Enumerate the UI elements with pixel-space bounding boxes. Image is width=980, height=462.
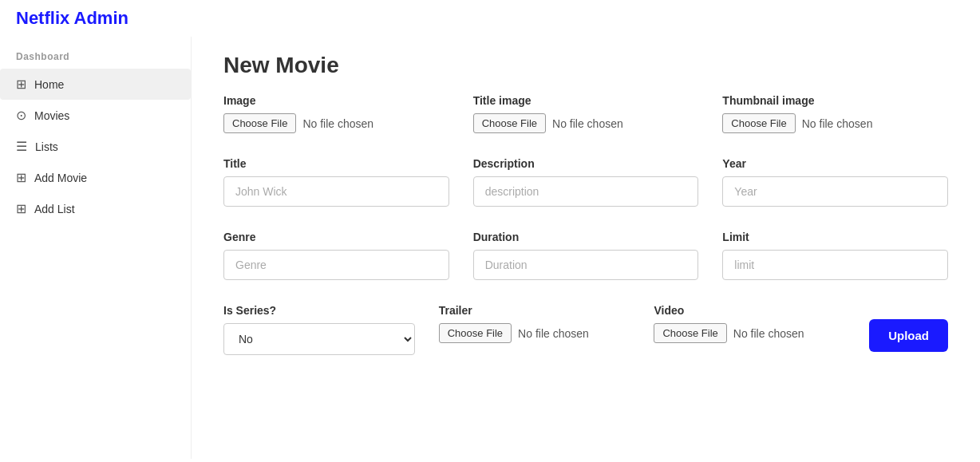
thumbnail-image-label: Thumbnail image	[722, 94, 948, 107]
thumbnail-image-choose-file-button[interactable]: Choose File	[722, 113, 795, 133]
description-input[interactable]	[473, 176, 699, 207]
image-group: Image Choose File No file chosen	[223, 94, 449, 133]
image-row: Image Choose File No file chosen Title i…	[223, 94, 948, 133]
genre-row: Genre Duration Limit	[223, 231, 948, 280]
thumbnail-image-file-wrapper: Choose File No file chosen	[722, 113, 948, 133]
video-file-wrapper: Choose File No file chosen	[654, 323, 845, 343]
sidebar: Dashboard ⊞ Home ⊙ Movies ☰ Lists ⊞ Add …	[0, 37, 192, 459]
sidebar-item-label: Movies	[34, 109, 69, 122]
app-title: Netflix Admin	[16, 8, 128, 28]
video-no-file-label: No file chosen	[733, 327, 804, 340]
sidebar-item-add-movie[interactable]: ⊞ Add Movie	[0, 162, 191, 193]
sidebar-item-label: Add List	[34, 203, 75, 215]
thumbnail-image-group: Thumbnail image Choose File No file chos…	[722, 94, 948, 133]
upload-button[interactable]: Upload	[869, 319, 948, 352]
duration-label: Duration	[473, 231, 699, 243]
video-group: Video Choose File No file chosen	[654, 304, 845, 355]
year-input[interactable]	[722, 176, 948, 207]
sidebar-item-label: Add Movie	[34, 172, 87, 184]
image-choose-file-button[interactable]: Choose File	[223, 113, 296, 133]
trailer-no-file-label: No file chosen	[518, 327, 589, 340]
trailer-label: Trailer	[439, 304, 630, 317]
sidebar-item-movies[interactable]: ⊙ Movies	[0, 100, 191, 131]
duration-input[interactable]	[473, 250, 699, 280]
duration-group: Duration	[473, 231, 699, 280]
title-group: Title	[223, 157, 449, 207]
title-row: Title Description Year	[223, 157, 948, 207]
sidebar-item-lists[interactable]: ☰ Lists	[0, 131, 191, 162]
sidebar-item-add-list[interactable]: ⊞ Add List	[0, 193, 191, 224]
title-image-group: Title image Choose File No file chosen	[473, 94, 699, 133]
title-image-file-wrapper: Choose File No file chosen	[473, 113, 699, 133]
movies-icon: ⊙	[16, 108, 26, 123]
thumbnail-image-no-file-label: No file chosen	[802, 117, 873, 130]
limit-group: Limit	[722, 231, 948, 280]
sidebar-item-label: Lists	[35, 140, 58, 153]
title-label: Title	[223, 157, 449, 170]
image-file-wrapper: Choose File No file chosen	[223, 113, 449, 133]
trailer-group: Trailer Choose File No file chosen	[439, 304, 630, 355]
year-group: Year	[722, 157, 948, 207]
add-movie-icon: ⊞	[16, 170, 26, 185]
description-label: Description	[473, 157, 699, 170]
title-image-choose-file-button[interactable]: Choose File	[473, 113, 546, 133]
main-content: New Movie Image Choose File No file chos…	[192, 37, 980, 459]
add-list-icon: ⊞	[16, 201, 26, 216]
genre-label: Genre	[223, 231, 449, 243]
video-choose-file-button[interactable]: Choose File	[654, 323, 726, 343]
description-group: Description	[473, 157, 699, 207]
is-series-group: Is Series? No Yes	[223, 304, 415, 355]
image-no-file-label: No file chosen	[302, 117, 373, 130]
sidebar-section-label: Dashboard	[0, 45, 191, 69]
title-input[interactable]	[223, 176, 449, 207]
genre-input[interactable]	[223, 250, 449, 280]
limit-input[interactable]	[722, 250, 948, 280]
trailer-file-wrapper: Choose File No file chosen	[439, 323, 630, 343]
year-label: Year	[722, 157, 948, 170]
sidebar-item-label: Home	[34, 78, 64, 91]
title-image-label: Title image	[473, 94, 699, 107]
title-image-no-file-label: No file chosen	[552, 117, 623, 130]
lists-icon: ☰	[16, 139, 27, 154]
is-series-label: Is Series?	[223, 304, 415, 317]
series-row: Is Series? No Yes Trailer Choose File No…	[223, 304, 948, 355]
page-title: New Movie	[223, 53, 948, 78]
limit-label: Limit	[722, 231, 948, 243]
sidebar-item-home[interactable]: ⊞ Home	[0, 69, 191, 100]
trailer-choose-file-button[interactable]: Choose File	[439, 323, 512, 343]
genre-group: Genre	[223, 231, 449, 280]
image-label: Image	[223, 94, 449, 107]
new-movie-form: Image Choose File No file chosen Title i…	[223, 94, 948, 355]
video-label: Video	[654, 304, 845, 317]
is-series-select[interactable]: No Yes	[223, 323, 415, 355]
home-icon: ⊞	[16, 77, 26, 92]
